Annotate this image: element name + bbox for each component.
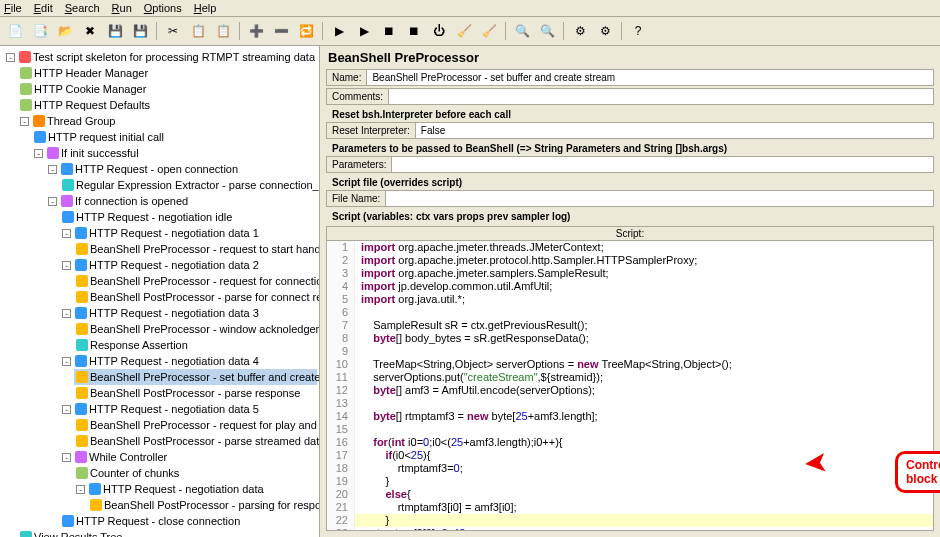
code-line[interactable]: import org.apache.jmeter.threads.JMeterC…	[355, 241, 604, 254]
tree-item[interactable]: BeanShell PostProcessor - parsing for re…	[88, 497, 317, 513]
search-button[interactable]: 🔍	[511, 20, 533, 42]
script-editor[interactable]: 1import org.apache.jmeter.threads.JMeter…	[327, 241, 933, 530]
code-line[interactable]	[355, 306, 361, 319]
code-line[interactable]: }	[355, 514, 389, 527]
open-button[interactable]: 📂	[54, 20, 76, 42]
tree-item[interactable]: HTTP Request - negotiation idle	[60, 209, 317, 225]
tree-item[interactable]: -While Controller	[60, 449, 317, 465]
tree-item[interactable]: HTTP Request Defaults	[18, 97, 317, 113]
menu-help[interactable]: Help	[194, 2, 217, 14]
code-line[interactable]	[355, 423, 361, 436]
tree-item[interactable]: -If init successful	[32, 145, 317, 161]
tree-toggle[interactable]: -	[48, 197, 57, 206]
tree-item[interactable]: HTTP Header Manager	[18, 65, 317, 81]
tree-toggle[interactable]: -	[34, 149, 43, 158]
menu-edit[interactable]: Edit	[34, 2, 53, 14]
tree-toggle[interactable]: -	[62, 453, 71, 462]
shutdown-button[interactable]: ⏻	[428, 20, 450, 42]
code-line[interactable]: import org.java.util.*;	[355, 293, 465, 306]
menu-file[interactable]: File	[4, 2, 22, 14]
expand-button[interactable]: ➕	[245, 20, 267, 42]
tree-item[interactable]: -Test script skeleton for processing RTM…	[4, 49, 317, 65]
tree-item[interactable]: -HTTP Request - negotiation data 1	[60, 225, 317, 241]
tree-item[interactable]: Regular Expression Extractor - parse con…	[60, 177, 317, 193]
close-button[interactable]: ✖	[79, 20, 101, 42]
tree-item[interactable]: -If connection is opened	[46, 193, 317, 209]
tree-toggle[interactable]: -	[48, 165, 57, 174]
code-line[interactable]: else{	[355, 488, 411, 501]
reset-search-button[interactable]: 🔍	[536, 20, 558, 42]
tree-item[interactable]: HTTP request initial call	[32, 129, 317, 145]
toggle-button[interactable]: 🔁	[295, 20, 317, 42]
parameters-value[interactable]	[392, 157, 933, 172]
clear-button[interactable]: 🧹	[453, 20, 475, 42]
tree-item[interactable]: BeanShell PreProcessor - set buffer and …	[74, 369, 317, 385]
code-line[interactable]: rtmptamf3[0]=0x42;	[355, 527, 468, 530]
tree-item[interactable]: -HTTP Request - negotiation data 5	[60, 401, 317, 417]
menu-search[interactable]: Search	[65, 2, 100, 14]
code-line[interactable]	[355, 397, 361, 410]
test-plan-tree[interactable]: -Test script skeleton for processing RTM…	[0, 46, 320, 537]
help-button[interactable]: ?	[627, 20, 649, 42]
code-line[interactable]: import org.apache.jmeter.samplers.Sample…	[355, 267, 609, 280]
code-line[interactable]: for(int i0=0;i0<(25+amf3.length);i0++){	[355, 436, 563, 449]
tree-item[interactable]: -HTTP Request - open connection	[46, 161, 317, 177]
tree-item[interactable]: View Results Tree	[18, 529, 317, 537]
tree-item[interactable]: -HTTP Request - negotiation data	[74, 481, 317, 497]
tree-item[interactable]: -HTTP Request - negotiation data 3	[60, 305, 317, 321]
tree-toggle[interactable]: -	[62, 229, 71, 238]
code-line[interactable]: rtmptamf3=0;	[355, 462, 463, 475]
code-line[interactable]: TreeMap<String,Object> serverOptions = n…	[355, 358, 732, 371]
cut-button[interactable]: ✂	[162, 20, 184, 42]
stop-all-button[interactable]: ⏹	[403, 20, 425, 42]
code-line[interactable]: import jp.develop.common.util.AmfUtil;	[355, 280, 552, 293]
code-line[interactable]	[355, 345, 361, 358]
file-name-value[interactable]	[386, 191, 933, 206]
code-line[interactable]: if(i0<25){	[355, 449, 430, 462]
tree-item[interactable]: HTTP Request - close connection	[60, 513, 317, 529]
tree-toggle[interactable]: -	[62, 405, 71, 414]
field-0-value[interactable]: BeanShell PreProcessor - set buffer and …	[367, 70, 933, 85]
tree-item[interactable]: HTTP Cookie Manager	[18, 81, 317, 97]
menu-run[interactable]: Run	[112, 2, 132, 14]
tree-toggle[interactable]: -	[62, 309, 71, 318]
save-as-button[interactable]: 💾	[129, 20, 151, 42]
clear-all-button[interactable]: 🧹	[478, 20, 500, 42]
tree-item[interactable]: BeanShell PostProcessor - parse response	[74, 385, 317, 401]
code-line[interactable]: byte[] amf3 = AmfUtil.encode(serverOptio…	[355, 384, 595, 397]
tree-item[interactable]: -Thread Group	[18, 113, 317, 129]
tree-item[interactable]: Counter of chunks	[74, 465, 317, 481]
tree-item[interactable]: BeanShell PreProcessor - request to star…	[74, 241, 317, 257]
code-line[interactable]: rtmptamf3[i0] = amf3[i0];	[355, 501, 517, 514]
tree-toggle[interactable]: -	[6, 53, 15, 62]
copy-button[interactable]: 📋	[187, 20, 209, 42]
file-new-button[interactable]: 📄	[4, 20, 26, 42]
tree-item[interactable]: BeanShell PreProcessor - request for con…	[74, 273, 317, 289]
tree-item[interactable]: -HTTP Request - negotiation data 2	[60, 257, 317, 273]
code-line[interactable]: }	[355, 475, 389, 488]
save-button[interactable]: 💾	[104, 20, 126, 42]
tree-toggle[interactable]: -	[62, 261, 71, 270]
code-line[interactable]: SampleResult sR = ctx.getPreviousResult(…	[355, 319, 588, 332]
tree-item[interactable]: Response Assertion	[74, 337, 317, 353]
code-line[interactable]: import org.apache.jmeter.protocol.http.S…	[355, 254, 697, 267]
tree-item[interactable]: BeanShell PostProcessor - parse streamed…	[74, 433, 317, 449]
paste-button[interactable]: 📋	[212, 20, 234, 42]
templates-button[interactable]: 📑	[29, 20, 51, 42]
tree-toggle[interactable]: -	[76, 485, 85, 494]
tree-item[interactable]: BeanShell PreProcessor - window acknoled…	[74, 321, 317, 337]
fn1-button[interactable]: ⚙	[569, 20, 591, 42]
run-all-button[interactable]: ▶	[353, 20, 375, 42]
reset-interpreter-value[interactable]: False	[416, 123, 933, 138]
fn2-button[interactable]: ⚙	[594, 20, 616, 42]
code-line[interactable]: byte[] body_bytes = sR.getResponseData()…	[355, 332, 589, 345]
code-line[interactable]: byte[] rtmptamf3 = new byte[25+amf3.leng…	[355, 410, 598, 423]
tree-item[interactable]: -HTTP Request - negotiation data 4	[60, 353, 317, 369]
code-line[interactable]: serverOptions.put("createStream",${strea…	[355, 371, 603, 384]
menu-options[interactable]: Options	[144, 2, 182, 14]
collapse-button[interactable]: ➖	[270, 20, 292, 42]
tree-toggle[interactable]: -	[62, 357, 71, 366]
tree-toggle[interactable]: -	[20, 117, 29, 126]
field-1-value[interactable]	[389, 89, 933, 104]
stop-button[interactable]: ⏹	[378, 20, 400, 42]
